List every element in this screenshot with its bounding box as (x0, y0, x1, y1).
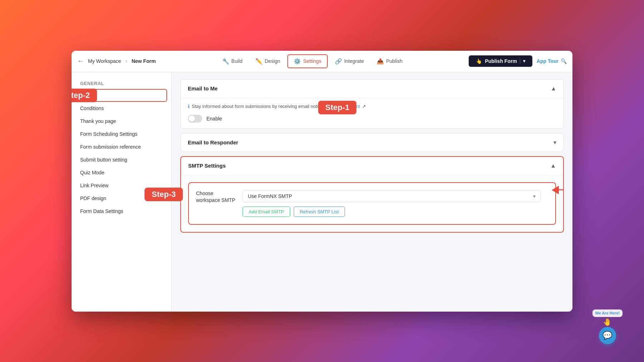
smtp-action-buttons: Add Email SMTP Refresh SMTP List (243, 207, 541, 217)
email-to-me-header[interactable]: Email to Me ▲ (181, 80, 564, 98)
email-to-responder-title: Email to Responder (188, 139, 238, 145)
sidebar-thankyou-label: Thank you page (80, 118, 116, 124)
chat-badge-label: We Are Here! (592, 309, 623, 317)
sidebar-submit-button-label: Submit button setting (80, 157, 127, 163)
nav-design[interactable]: ✏️ Design (250, 55, 286, 68)
sidebar-section-general: General (72, 78, 171, 89)
smtp-controls: Use FormNX SMTP ▾ Add Email SMTP Refresh… (243, 190, 541, 217)
header-right: 👆 Publish Form ▾ App Tour 🔍 (469, 55, 567, 67)
email-to-me-chevron-up: ▲ (551, 85, 556, 92)
email-to-responder-card: Email to Responder ▾ (180, 133, 564, 152)
step3-badge: Step-3 (145, 188, 183, 201)
workspace-label: My Workspace (88, 58, 121, 64)
email-to-me-title: Email to Me (188, 85, 218, 91)
sidebar-link-preview-label: Link Preview (80, 183, 108, 188)
nav-settings[interactable]: ⚙️ Settings (287, 54, 328, 68)
sidebar-quiz-label: Quiz Mode (80, 170, 104, 175)
email-to-responder-header[interactable]: Email to Responder ▾ (181, 133, 564, 152)
separator: › (125, 58, 127, 64)
publish-form-icon: 👆 (476, 58, 482, 64)
publish-form-label: Publish Form (485, 58, 517, 64)
nav-build-label: Build (231, 58, 243, 64)
email-to-me-info-text: Stay informed about form submissions by … (192, 104, 337, 109)
nav-design-label: Design (265, 58, 280, 64)
header-nav: 🔧 Build ✏️ Design ⚙️ Settings 🔗 Integrat… (161, 54, 463, 68)
sidebar-item-scheduling[interactable]: Form Scheduling Settings (72, 128, 171, 140)
sidebar-scheduling-label: Form Scheduling Settings (80, 131, 137, 137)
email-to-responder-chevron: ▾ (553, 139, 556, 146)
sidebar-submission-ref-label: Form submission reference (80, 144, 141, 150)
app-tour-label: App Tour (537, 58, 558, 64)
sidebar-item-form-data[interactable]: Form Data Settings (72, 205, 171, 218)
smtp-settings-card: SMTP Settings ▲ Chooseworkspace SMTP Use… (180, 156, 564, 233)
smtp-settings-header[interactable]: SMTP Settings ▲ (181, 157, 563, 175)
arrow-visual (552, 186, 559, 194)
smtp-dropdown[interactable]: Use FormNX SMTP ▾ (243, 190, 541, 202)
publish-form-button[interactable]: 👆 Publish Form ▾ (469, 55, 532, 67)
external-link-icon: ↗ (362, 104, 366, 109)
sidebar-pdf-design-label: PDF design (80, 195, 106, 201)
email-to-me-body: ℹ Stay informed about form submissions b… (181, 98, 564, 128)
arrow-annotation: Choose the SMTP you want to use in the f… (552, 167, 564, 213)
hand-emoji: 🤚 (603, 318, 612, 326)
email-to-me-card: Email to Me ▲ ℹ Stay informed about form… (180, 79, 564, 129)
sidebar-form-data-label: Form Data Settings (80, 208, 123, 214)
form-name-label: New Form (132, 58, 156, 64)
toggle-knob (189, 115, 195, 122)
info-icon: ℹ (188, 104, 190, 109)
header: ← My Workspace › New Form 🔧 Build ✏️ Des… (72, 51, 572, 72)
search-icon: 🔍 (561, 58, 567, 64)
step3-wrapper: Step-3 SMTP Settings ▲ Chooseworkspace S… (180, 156, 564, 233)
dropdown-caret-icon: ▾ (533, 193, 536, 199)
integrate-icon: 🔗 (335, 58, 342, 65)
arrow-shaft (559, 189, 564, 190)
nav-publish[interactable]: 📤 Publish (371, 55, 408, 68)
refresh-smtp-list-button[interactable]: Refresh SMTP List (294, 207, 345, 217)
sidebar-email-wrapper: Email Step-2 (72, 89, 171, 102)
chat-widget: We Are Here! 🤚 💬 (592, 309, 623, 344)
sidebar-item-thankyou[interactable]: Thank you page (72, 115, 171, 128)
nav-build[interactable]: 🔧 Build (216, 55, 248, 68)
sidebar-item-email[interactable]: Email Step-2 (76, 89, 167, 102)
sidebar-item-conditions[interactable]: Conditions (72, 102, 171, 115)
sidebar-item-submit-button[interactable]: Submit button setting (72, 153, 171, 166)
nav-publish-label: Publish (386, 58, 402, 64)
step1-badge: Step-1 (318, 101, 356, 114)
nav-settings-label: Settings (303, 58, 321, 64)
header-left: ← My Workspace › New Form (77, 58, 156, 65)
app-container: ← My Workspace › New Form 🔧 Build ✏️ Des… (72, 51, 572, 312)
add-email-smtp-button[interactable]: Add Email SMTP (243, 207, 290, 217)
smtp-settings-title: SMTP Settings (188, 163, 226, 169)
chat-button[interactable]: 💬 (599, 327, 616, 344)
smtp-choose-row: Chooseworkspace SMTP Use FormNX SMTP ▾ A… (188, 182, 556, 225)
design-icon: ✏️ (255, 58, 263, 65)
smtp-choose-label-text: Chooseworkspace SMTP (196, 190, 235, 203)
publish-icon: 📤 (377, 58, 384, 65)
step2-badge: Step-2 (72, 89, 97, 102)
sidebar-conditions-label: Conditions (80, 105, 104, 111)
we-are-here-text: We Are Here! (595, 311, 620, 315)
enable-toggle[interactable] (188, 115, 202, 123)
back-button[interactable]: ← (77, 58, 84, 65)
email-to-me-info: ℹ Stay informed about form submissions b… (188, 104, 556, 109)
smtp-settings-body: Chooseworkspace SMTP Use FormNX SMTP ▾ A… (181, 175, 563, 232)
arrow-head (552, 186, 559, 194)
smtp-dropdown-value: Use FormNX SMTP (248, 193, 292, 199)
nav-integrate-label: Integrate (344, 58, 364, 64)
content-area: Email to Me ▲ ℹ Stay informed about form… (172, 72, 572, 312)
enable-label: Enable (206, 116, 222, 122)
smtp-choose-label: Chooseworkspace SMTP (196, 190, 235, 204)
sidebar-item-submission-ref[interactable]: Form submission reference (72, 140, 171, 153)
settings-icon: ⚙️ (294, 58, 301, 65)
publish-form-chevron: ▾ (520, 59, 525, 64)
sidebar-item-quiz[interactable]: Quiz Mode (72, 166, 171, 179)
chat-icon: 💬 (602, 331, 612, 340)
app-tour-button[interactable]: App Tour 🔍 (537, 58, 567, 64)
nav-integrate[interactable]: 🔗 Integrate (329, 55, 370, 68)
enable-toggle-row: Enable (188, 115, 556, 123)
build-icon: 🔧 (222, 58, 229, 65)
